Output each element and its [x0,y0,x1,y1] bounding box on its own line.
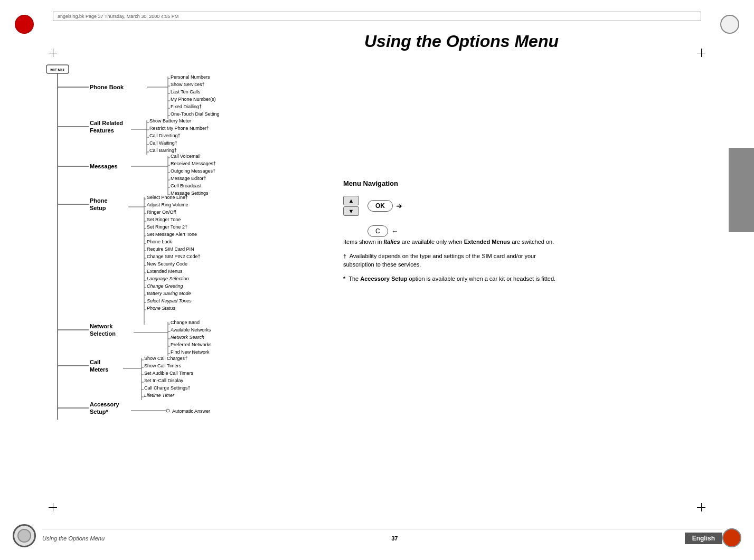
svg-text:Lifetime Timer: Lifetime Timer [144,393,175,398]
svg-text:Call Voicemail: Call Voicemail [171,154,201,159]
red-circle-decoration [15,15,34,34]
svg-text:One-Touch Dial Setting: One-Touch Dial Setting [171,111,220,117]
svg-text:Call Related: Call Related [90,120,123,126]
svg-text:Call: Call [90,359,100,365]
header-text: angelsing.bk Page 37 Thursday, March 30,… [58,14,178,19]
svg-text:Meters: Meters [90,366,108,373]
svg-text:Automatic Answer: Automatic Answer [172,409,210,414]
svg-text:Show Call Timers: Show Call Timers [144,363,182,368]
svg-text:Set Ringer Tone 2†: Set Ringer Tone 2† [147,224,187,230]
svg-text:Battery Saving Mode: Battery Saving Mode [147,291,191,296]
svg-text:Extended Menus: Extended Menus [147,269,183,274]
ok-row: OK ➜ [367,200,402,212]
svg-text:Last Ten Calls: Last Ten Calls [171,89,201,94]
svg-text:Phone Status: Phone Status [147,306,176,311]
svg-text:Messages: Messages [90,163,118,169]
italics-note: Items shown in Italics are available onl… [343,238,565,246]
svg-text:Received Messages†: Received Messages† [171,161,216,166]
svg-text:MENU: MENU [50,68,65,72]
svg-text:Show Battery Meter: Show Battery Meter [149,118,191,124]
svg-text:My Phone Number(s): My Phone Number(s) [171,97,216,102]
svg-text:Call Diverting†: Call Diverting† [149,133,181,138]
dagger-note: † Availability depends on the type and s… [343,252,565,269]
svg-text:Setup: Setup [90,205,106,211]
header-bar: angelsing.bk Page 37 Thursday, March 30,… [53,12,701,21]
menu-diagram: MENU Phone Book Personal Numbers Show Se… [41,61,358,472]
c-button[interactable]: C [367,225,388,237]
bottom-left-circle-inner [17,529,31,543]
svg-text:Require SIM Card PIN: Require SIM Card PIN [147,246,194,252]
svg-point-123 [166,409,169,412]
svg-text:Phone: Phone [90,197,108,204]
right-sidebar [729,148,754,232]
nav-arrows: ▲ ▼ [343,196,359,216]
svg-text:Find New Network: Find New Network [171,349,210,355]
svg-text:Personal Numbers: Personal Numbers [171,74,210,80]
nav-title: Menu Navigation [343,179,523,187]
ok-right-arrow: ➜ [396,202,402,210]
svg-text:Cell Broadcast: Cell Broadcast [171,183,202,188]
svg-text:Setup*: Setup* [90,409,109,415]
bottom-right-circle [722,528,741,547]
svg-text:Set Message Alert Tone: Set Message Alert Tone [147,232,197,237]
crosshair-br [697,503,705,511]
svg-text:Change Greeting: Change Greeting [147,283,183,289]
svg-text:Change Band: Change Band [171,320,200,325]
c-left-arrow: ← [391,227,399,235]
svg-text:Outgoing Messages†: Outgoing Messages† [171,168,215,174]
svg-text:Select Phone Line†: Select Phone Line† [147,195,188,200]
svg-text:Restrict My Phone Number†: Restrict My Phone Number† [149,126,209,131]
up-arrow[interactable]: ▲ [343,196,359,205]
notes-section: Items shown in Italics are available onl… [343,238,565,288]
svg-text:Fixed Dialling†: Fixed Dialling† [171,104,202,109]
svg-text:Show Services†: Show Services† [171,82,205,87]
footer-page: 37 [391,535,398,542]
svg-text:Call Charge Settings†: Call Charge Settings† [144,385,191,391]
footer-lang: English [685,533,722,544]
svg-text:Message Editor†: Message Editor† [171,176,206,181]
nav-section: Menu Navigation ▲ ▼ OK ➜ C ← [343,179,523,237]
svg-text:Preferred Networks: Preferred Networks [171,342,212,347]
svg-text:Set Audible Call Timers: Set Audible Call Timers [144,371,194,376]
svg-text:Phone Book: Phone Book [90,84,124,90]
svg-text:Ringer On/Off: Ringer On/Off [147,210,176,215]
svg-text:New Security Code: New Security Code [147,261,187,267]
svg-text:Show Call Charges†: Show Call Charges† [144,356,187,361]
svg-text:Set Ringer Tone: Set Ringer Tone [147,217,181,222]
svg-text:Call Waiting†: Call Waiting† [149,140,177,146]
ok-button[interactable]: OK [367,200,393,212]
svg-text:Available Networks: Available Networks [171,327,211,333]
footer-bar: Using the Options Menu 37 English [42,529,722,544]
footer-left: Using the Options Menu [42,535,105,542]
svg-text:Language Selection: Language Selection [147,276,189,281]
page-title: Using the Options Menu [201,32,722,51]
crosshair-bl [49,503,57,511]
c-row: C ← [367,225,399,237]
down-arrow[interactable]: ▼ [343,206,359,216]
asterisk-note: * The Accessory Setup option is availabl… [343,274,565,283]
svg-text:Accessory: Accessory [90,401,120,407]
svg-text:Adjust Ring Volume: Adjust Ring Volume [147,202,188,207]
svg-text:Phone Lock: Phone Lock [147,239,172,244]
bottom-left-circle [13,524,36,547]
svg-text:Selection: Selection [90,330,116,337]
svg-text:Select Keypad Tones: Select Keypad Tones [147,298,192,303]
svg-text:Features: Features [90,127,114,134]
svg-text:Call Barring†: Call Barring† [149,148,177,153]
svg-text:Network Search: Network Search [171,335,204,340]
svg-text:Network: Network [90,323,113,329]
top-right-circle [720,15,739,34]
svg-text:Change SIM PIN2 Code†: Change SIM PIN2 Code† [147,254,201,259]
crosshair-tl [49,49,57,57]
svg-text:Set In-Call Display: Set In-Call Display [144,378,184,383]
